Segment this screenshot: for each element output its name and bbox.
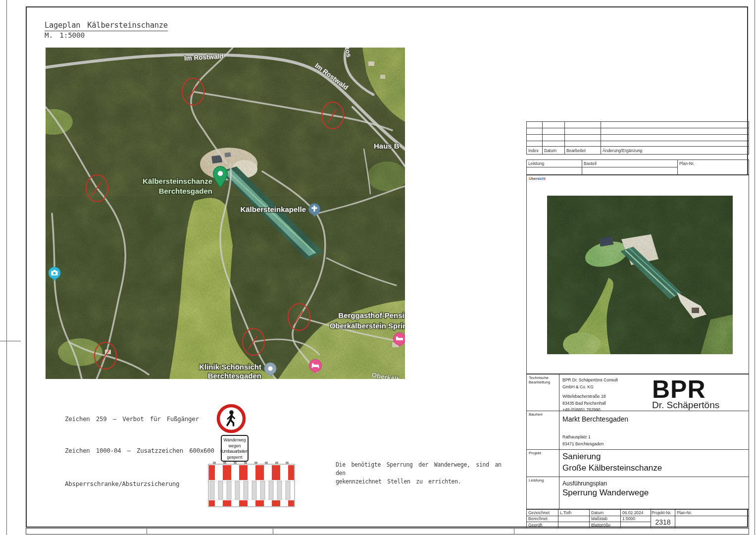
leistung-label: Leistung [527, 477, 559, 482]
legend-item-zeichen-1000-04: Zeichen 1000-04 – Zusatzzeichen 600x600 … [65, 447, 227, 454]
bauherr-label: Bauherr [527, 411, 559, 417]
bottom-strip-divider [273, 528, 273, 535]
datum-value: 06.02.2024 [621, 510, 651, 516]
info-table: Leistung Bauteil Plan-Nr. [526, 160, 749, 175]
label-klinik-1: Klinik Schönsicht [199, 363, 261, 371]
site-map-svg: Im Rostwald Im Rostwald Ros Haus B Kälbe… [46, 48, 405, 379]
plan-sheet: Lageplan Kälbersteinschanze M. 1:5000 [0, 0, 756, 535]
legend-item-zeichen-259: Zeichen 259 – Verbot für Fußgänger [65, 415, 199, 423]
company-name-1: BPR Dr. Schäpertöns Consult [562, 377, 618, 384]
geprueft-label: Geprüft [527, 522, 558, 529]
barrier-top-stripes [209, 465, 294, 480]
company-city: 83435 Bad Reichenhall [562, 400, 618, 407]
leistung-line-1: Ausführungsplan [562, 480, 607, 487]
label-schanze-2: Berchtesgaden [159, 187, 212, 195]
gezeichnet-label: Gezeichnet [527, 510, 558, 516]
bauherr-row: Bauherr Markt Berchtesgaden Rathausplatz… [526, 411, 749, 450]
note-line-2: gekennzeichnet Stellen zu errichten. [336, 478, 514, 486]
datum-label: Datum [590, 510, 621, 516]
massstab-label: Maßstab [590, 516, 621, 522]
label-schanze-1: Kälbersteinschanze [143, 177, 212, 185]
revision-table: Index Datum Bearbeitet Änderung/Ergänzun… [526, 121, 749, 155]
company-name-2: GmbH & Co. KG [562, 384, 618, 391]
bottom-strip [26, 528, 749, 535]
note-text: Die benötigte Sperrung der Wanderwege, s… [336, 461, 514, 486]
plan-nr-value [675, 516, 749, 528]
revision-header-bearbeitet: Bearbeitet [565, 147, 601, 155]
fold-mark-left [0, 341, 21, 341]
uebersicht-aerial-image [547, 196, 733, 354]
label-berggasthof-2: Oberkälberstein Sprin [330, 321, 405, 330]
sign-line: wegen [222, 443, 248, 449]
gezeichnet-value: L.Toth [558, 510, 590, 516]
technische-bearbeitung-row: Technische Bearbeitung BPR Dr. Schäpertö… [526, 374, 749, 411]
projekt-line-2: Große Kälbersteinschanze [562, 463, 662, 473]
leistung-row: Leistung Ausführungsplan Sperrung Wander… [526, 477, 749, 509]
company-street: Wittelsbacherstraße 18 [562, 393, 618, 400]
plan-nr-label: Plan-Nr. [675, 510, 749, 516]
leistung-line-2: Sperrung Wanderwege [562, 488, 649, 498]
info-bauteil-label: Bauteil [582, 160, 678, 167]
projekt-nr-value: 2318 [651, 516, 675, 528]
berechnet-label: Berechnet [527, 516, 558, 522]
label-kapelle: Kälbersteinkapelle [240, 205, 306, 214]
bauherr-street: Rathausplatz 1 [562, 434, 604, 441]
bottom-strip-divider [147, 528, 147, 535]
bpr-logo: BPR [652, 378, 706, 400]
footer-table: Gezeichnet L.Toth Datum 06.02.2024 Proje… [526, 509, 749, 529]
barrier-posts [209, 481, 294, 499]
zusatzzeichen-sign: Wanderweg wegen Umbauarbeiten gesperrt [221, 435, 249, 462]
projekt-row: Projekt Sanierung Große Kälbersteinschan… [526, 450, 749, 477]
site-map: Im Rostwald Im Rostwald Ros Haus B Kälbe… [46, 48, 405, 379]
info-plan-nr-label: Plan-Nr. [678, 160, 749, 175]
projekt-nr-label: Projekt-Nr. [651, 510, 675, 516]
page-edge-left [6, 0, 7, 535]
label-haus: Haus B [374, 142, 400, 150]
info-leistung-label: Leistung [527, 160, 582, 167]
sign-line: gesperrt [222, 455, 248, 461]
uebersicht-label: Übersicht [527, 175, 749, 181]
revision-header-datum: Datum [543, 147, 565, 155]
projekt-label: Projekt [527, 450, 559, 455]
legend-item-absperrschranke: Absperrschranke/Absturzsicherung [65, 480, 179, 487]
barrier-icon [208, 461, 295, 510]
revision-header-aenderung: Änderung/Ergänzung [601, 147, 749, 155]
page-edge-right [755, 0, 755, 535]
sign-line: Wanderweg [222, 437, 248, 443]
label-berggasthof-1: Berggasthof-Pensi [338, 311, 404, 320]
page-scale: M. 1:5000 [45, 31, 168, 39]
sign-line: Umbauarbeiten [222, 449, 248, 455]
technische-bearbeitung-label: Technische Bearbeitung [527, 374, 559, 384]
massstab-value: 1:5000 [621, 516, 651, 522]
bauherr-name: Markt Berchtesgaden [562, 415, 628, 423]
barrier-bottom-stripes [209, 500, 294, 506]
page-title: Lageplan Kälbersteinschanze [45, 21, 168, 31]
revision-header-index: Index [527, 147, 543, 155]
blattgroesse-label: Blattgröße [590, 522, 621, 529]
note-line-1: Die benötigte Sperrung der Wanderwege, s… [336, 461, 514, 478]
projekt-line-1: Sanierung [562, 452, 601, 462]
label-klinik-2: Berchtesgaden [208, 372, 261, 379]
bottom-strip-divider [514, 528, 514, 535]
bauherr-city: 83471 Berchtesgaden [562, 441, 604, 448]
no-pedestrians-sign-icon [216, 404, 246, 435]
